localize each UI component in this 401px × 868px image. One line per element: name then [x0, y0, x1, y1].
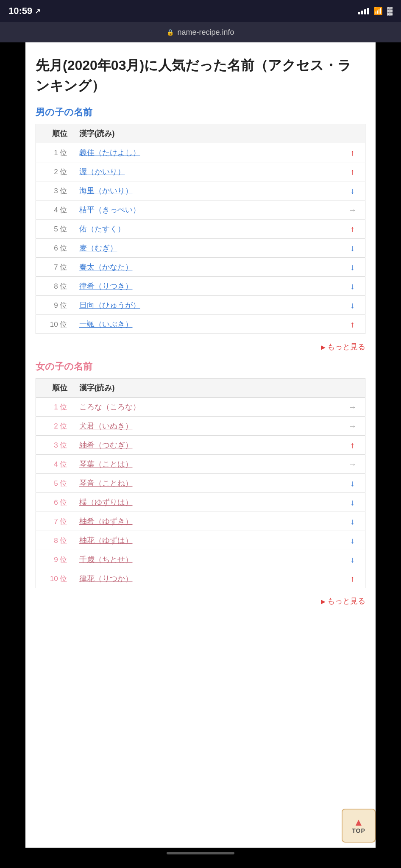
name-link[interactable]: 佑（たすく）	[79, 225, 125, 233]
rank-cell: 4 位	[36, 455, 74, 474]
name-link[interactable]: ころな（ころな）	[79, 403, 140, 411]
name-link[interactable]: 海里（かいり）	[79, 186, 133, 195]
name-cell[interactable]: 渥（かいり）	[74, 162, 340, 181]
down-arrow-icon: ↓	[350, 536, 354, 545]
name-link[interactable]: 柚希（ゆずき）	[79, 517, 133, 526]
rank-cell: 9 位	[36, 550, 74, 569]
name-cell[interactable]: 義佳（たけよし）	[74, 143, 340, 162]
girls-more-link[interactable]: もっと見る	[321, 597, 365, 605]
name-cell[interactable]: 千歳（ちとせ）	[74, 550, 340, 569]
table-row: 10 位一颯（いぶき）↑	[36, 315, 365, 334]
boys-more-link-container[interactable]: もっと見る	[36, 338, 365, 360]
name-link[interactable]: 律花（りつか）	[79, 574, 133, 583]
down-arrow-icon: ↓	[350, 281, 354, 291]
trend-cell: ↑	[340, 220, 365, 239]
name-link[interactable]: 桔平（きっぺい）	[79, 206, 140, 214]
trend-cell: ↑	[340, 315, 365, 334]
lock-icon: 🔒	[167, 29, 174, 36]
name-link[interactable]: 琴音（ことね）	[79, 479, 133, 487]
table-row: 9 位千歳（ちとせ）↓	[36, 550, 365, 569]
name-cell[interactable]: ころな（ころな）	[74, 398, 340, 417]
time-display: 10:59	[8, 6, 32, 17]
table-row: 1 位義佳（たけよし）↑	[36, 143, 365, 162]
trend-cell: ↓	[340, 493, 365, 512]
table-row: 8 位律希（りつき）↓	[36, 277, 365, 296]
table-row: 2 位渥（かいり）↑	[36, 162, 365, 181]
name-link[interactable]: 律希（りつき）	[79, 282, 133, 290]
name-cell[interactable]: 海里（かいり）	[74, 181, 340, 200]
trend-cell: ↑	[340, 162, 365, 181]
trend-cell: →	[340, 417, 365, 436]
boys-section-heading: 男の子の名前	[36, 106, 365, 119]
name-cell[interactable]: 楪（ゆずりは）	[74, 493, 340, 512]
name-cell[interactable]: 日向（ひゅうが）	[74, 296, 340, 315]
table-row: 5 位佑（たすく）↑	[36, 220, 365, 239]
boys-col-name: 漢字(読み)	[74, 124, 340, 143]
trend-cell: ↓	[340, 512, 365, 531]
rank-cell: 2 位	[36, 162, 74, 181]
name-cell[interactable]: 琴葉（ことは）	[74, 455, 340, 474]
trend-cell: ↓	[340, 277, 365, 296]
wifi-icon: 📶	[373, 6, 383, 16]
name-cell[interactable]: 佑（たすく）	[74, 220, 340, 239]
right-arrow-icon: →	[348, 402, 356, 412]
name-cell[interactable]: 律花（りつか）	[74, 569, 340, 588]
battery-icon: ▓	[387, 7, 393, 16]
rank-cell: 1 位	[36, 143, 74, 162]
table-row: 6 位麦（むぎ）↓	[36, 239, 365, 258]
right-arrow-icon: →	[348, 459, 356, 469]
trend-cell: ↓	[340, 258, 365, 277]
rank-cell: 5 位	[36, 220, 74, 239]
table-row: 2 位犬君（いぬき）→	[36, 417, 365, 436]
home-bar	[167, 852, 234, 854]
trend-cell: ↓	[340, 296, 365, 315]
rank-cell: 2 位	[36, 417, 74, 436]
name-link[interactable]: 一颯（いぶき）	[79, 320, 133, 328]
down-arrow-icon: ↓	[350, 243, 354, 253]
trend-cell: ↓	[340, 474, 365, 493]
trend-cell: ↑	[340, 569, 365, 588]
name-cell[interactable]: 桔平（きっぺい）	[74, 200, 340, 220]
name-cell[interactable]: 一颯（いぶき）	[74, 315, 340, 334]
name-cell[interactable]: 紬希（つむぎ）	[74, 436, 340, 455]
rank-cell: 6 位	[36, 493, 74, 512]
girls-col-rank: 順位	[36, 378, 74, 398]
rank-cell: 4 位	[36, 200, 74, 220]
girls-section-heading: 女の子の名前	[36, 360, 365, 373]
name-cell[interactable]: 律希（りつき）	[74, 277, 340, 296]
rank-cell: 9 位	[36, 296, 74, 315]
name-link[interactable]: 千歳（ちとせ）	[79, 555, 133, 564]
top-button[interactable]: ▲ TOP	[342, 809, 376, 843]
name-cell[interactable]: 麦（むぎ）	[74, 239, 340, 258]
name-cell[interactable]: 柚花（ゆずは）	[74, 531, 340, 550]
boys-more-link[interactable]: もっと見る	[321, 342, 365, 351]
name-link[interactable]: 柚花（ゆずは）	[79, 536, 133, 545]
rank-cell: 7 位	[36, 512, 74, 531]
status-bar: 10:59 ↗ 📶 ▓	[0, 0, 401, 22]
down-arrow-icon: ↓	[350, 186, 354, 195]
name-link[interactable]: 犬君（いぬき）	[79, 422, 133, 430]
name-cell[interactable]: 柚希（ゆずき）	[74, 512, 340, 531]
girls-more-link-container[interactable]: もっと見る	[36, 593, 365, 615]
rank-cell: 3 位	[36, 436, 74, 455]
name-cell[interactable]: 奏太（かなた）	[74, 258, 340, 277]
down-arrow-icon: ↓	[350, 517, 354, 526]
name-cell[interactable]: 琴音（ことね）	[74, 474, 340, 493]
right-arrow-icon: →	[348, 421, 356, 431]
table-row: 8 位柚花（ゆずは）↓	[36, 531, 365, 550]
table-row: 7 位柚希（ゆずき）↓	[36, 512, 365, 531]
name-link[interactable]: 琴葉（ことは）	[79, 460, 133, 468]
name-link[interactable]: 義佳（たけよし）	[79, 148, 140, 157]
table-row: 4 位琴葉（ことは）→	[36, 455, 365, 474]
name-link[interactable]: 麦（むぎ）	[79, 244, 117, 252]
name-link[interactable]: 紬希（つむぎ）	[79, 441, 133, 449]
name-link[interactable]: 楪（ゆずりは）	[79, 498, 133, 506]
trend-cell: ↓	[340, 181, 365, 200]
down-arrow-icon: ↓	[350, 498, 354, 507]
boys-col-rank: 順位	[36, 124, 74, 143]
name-cell[interactable]: 犬君（いぬき）	[74, 417, 340, 436]
name-link[interactable]: 日向（ひゅうが）	[79, 301, 140, 309]
table-row: 1 位ころな（ころな）→	[36, 398, 365, 417]
name-link[interactable]: 奏太（かなた）	[79, 263, 133, 271]
name-link[interactable]: 渥（かいり）	[79, 167, 125, 176]
